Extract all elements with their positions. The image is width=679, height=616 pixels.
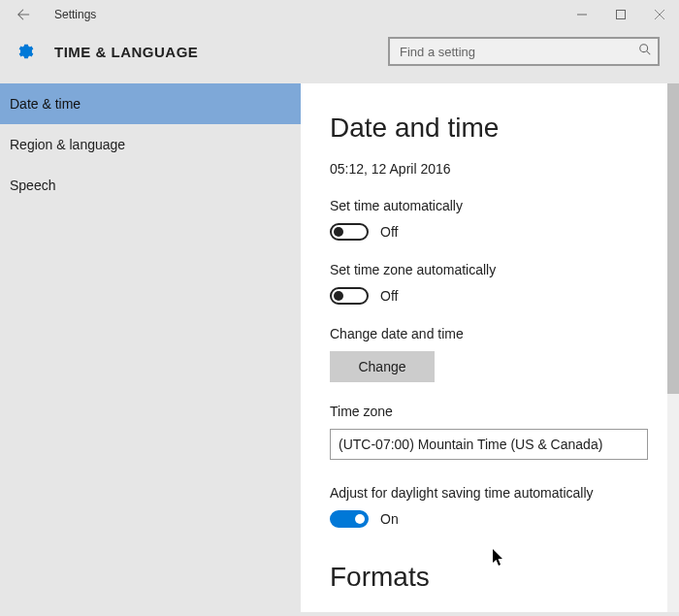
- set-time-auto-state: Off: [380, 224, 398, 240]
- search-wrap: [388, 37, 660, 66]
- back-button[interactable]: [12, 3, 35, 26]
- sidebar: Date & time Region & language Speech: [0, 83, 301, 612]
- header: TIME & LANGUAGE: [0, 29, 679, 83]
- arrow-left-icon: [16, 8, 30, 21]
- sidebar-item-region-language[interactable]: Region & language: [0, 124, 301, 165]
- minimize-button[interactable]: [563, 0, 601, 29]
- tz-value: (UTC-07:00) Mountain Time (US & Canada): [339, 437, 602, 452]
- sidebar-item-date-time[interactable]: Date & time: [0, 83, 301, 124]
- page-category-title: TIME & LANGUAGE: [54, 44, 198, 60]
- gear-icon: [16, 41, 37, 62]
- content: Date and time 05:12, 12 April 2016 Set t…: [301, 83, 679, 612]
- toggle-knob: [355, 514, 365, 524]
- change-button[interactable]: Change: [330, 351, 435, 382]
- set-tz-auto-row: Off: [330, 287, 648, 305]
- set-time-auto-toggle[interactable]: [330, 223, 369, 241]
- search-icon: [638, 43, 652, 60]
- dst-label: Adjust for daylight saving time automati…: [330, 485, 648, 501]
- minimize-icon: [577, 10, 587, 19]
- maximize-button[interactable]: [601, 0, 640, 29]
- svg-point-1: [640, 45, 648, 52]
- maximize-icon: [616, 10, 626, 19]
- dst-row: On: [330, 510, 648, 528]
- scrollbar-thumb[interactable]: [667, 83, 679, 394]
- close-icon: [655, 10, 664, 19]
- close-button[interactable]: [640, 0, 679, 29]
- toggle-knob: [334, 291, 343, 301]
- set-time-auto-label: Set time automatically: [330, 198, 648, 213]
- formats-heading: Formats: [330, 562, 648, 593]
- set-tz-auto-label: Set time zone automatically: [330, 262, 648, 277]
- dst-toggle[interactable]: [330, 510, 369, 528]
- tz-select[interactable]: (UTC-07:00) Mountain Time (US & Canada): [330, 429, 648, 460]
- sidebar-item-speech[interactable]: Speech: [0, 165, 301, 206]
- svg-rect-0: [617, 11, 626, 19]
- change-dt-label: Change date and time: [330, 326, 648, 341]
- search-input[interactable]: [388, 37, 660, 66]
- toggle-knob: [334, 227, 343, 237]
- titlebar: Settings: [0, 0, 679, 29]
- window-controls: [563, 0, 679, 29]
- page-title: Date and time: [330, 113, 648, 144]
- scrollbar-track[interactable]: [667, 83, 679, 612]
- current-datetime: 05:12, 12 April 2016: [330, 161, 648, 177]
- set-time-auto-row: Off: [330, 223, 648, 241]
- window-title: Settings: [54, 8, 96, 21]
- dst-state: On: [380, 511, 399, 527]
- set-tz-auto-toggle[interactable]: [330, 287, 369, 305]
- set-tz-auto-state: Off: [380, 288, 398, 304]
- main: Date & time Region & language Speech Dat…: [0, 83, 679, 612]
- tz-label: Time zone: [330, 404, 648, 419]
